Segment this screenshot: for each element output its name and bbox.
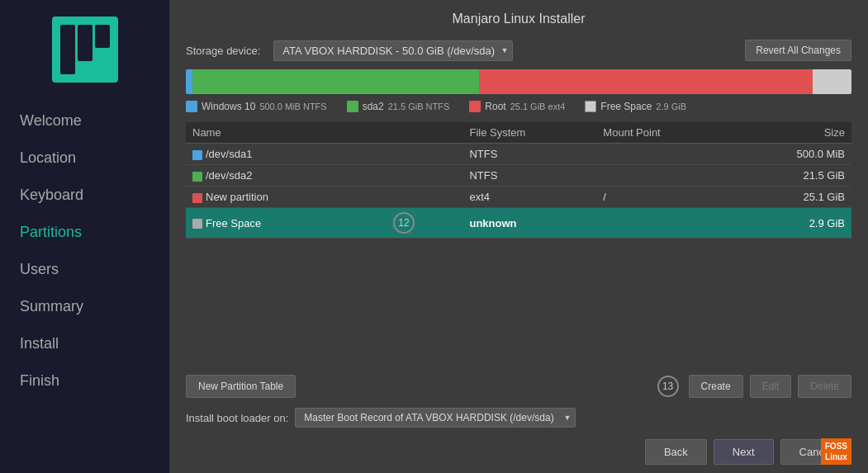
row-name: /dev/sda1 bbox=[186, 144, 358, 165]
legend-free: Free Space 2.9 GiB bbox=[585, 101, 686, 112]
dot-sda2 bbox=[192, 172, 202, 182]
bootloader-select-wrap[interactable]: Master Boot Record of ATA VBOX HARDDISK … bbox=[295, 408, 576, 428]
row-filesystem: NTFS bbox=[462, 144, 596, 165]
bar-segment-sda2 bbox=[192, 69, 479, 94]
row-filesystem-unknown: unknown bbox=[462, 208, 596, 239]
table-row[interactable]: /dev/sda1 NTFS 500.0 MiB bbox=[186, 144, 851, 165]
revert-all-changes-button[interactable]: Revert All Changes bbox=[745, 40, 851, 61]
foss-watermark: FOSSLinux bbox=[821, 438, 851, 465]
storage-label: Storage device: bbox=[186, 45, 260, 57]
nav-row: Back Next Cancel FOSSLinux bbox=[186, 439, 851, 465]
sidebar-item-install[interactable]: Install bbox=[0, 325, 169, 362]
sidebar-item-finish[interactable]: Finish bbox=[0, 362, 169, 400]
row-filesystem: ext4 bbox=[462, 187, 596, 208]
legend-label-windows: Windows 10 bbox=[202, 101, 255, 112]
create-button[interactable]: Create bbox=[689, 375, 743, 398]
dot-sda1 bbox=[192, 150, 202, 160]
sidebar-item-summary[interactable]: Summary bbox=[0, 288, 169, 325]
row-empty2 bbox=[383, 144, 462, 165]
sidebar-item-keyboard[interactable]: Keyboard bbox=[0, 177, 169, 214]
row-empty2 bbox=[383, 187, 462, 208]
edit-button[interactable]: Edit bbox=[750, 375, 792, 398]
storage-device-select[interactable]: ATA VBOX HARDDISK - 50.0 GiB (/dev/sda) bbox=[273, 40, 513, 61]
row-size: 25.1 GiB bbox=[733, 187, 851, 208]
manjaro-logo bbox=[52, 17, 118, 83]
sidebar-item-location[interactable]: Location bbox=[0, 140, 169, 177]
legend-color-sda2 bbox=[347, 101, 358, 112]
col-empty2 bbox=[383, 122, 462, 144]
sidebar-item-partitions[interactable]: Partitions bbox=[0, 214, 169, 251]
badge-13: 13 bbox=[657, 376, 679, 397]
badge-12: 12 bbox=[393, 212, 415, 234]
legend-label-root: Root bbox=[485, 101, 505, 112]
back-button[interactable]: Back bbox=[645, 439, 707, 465]
row-mount: / bbox=[596, 187, 733, 208]
row-mount bbox=[596, 165, 733, 187]
storage-select-wrap[interactable]: ATA VBOX HARDDISK - 50.0 GiB (/dev/sda) bbox=[273, 40, 513, 61]
row-empty1 bbox=[358, 208, 383, 239]
dot-new-partition bbox=[192, 193, 202, 203]
row-empty1 bbox=[358, 187, 383, 208]
row-empty2 bbox=[383, 165, 462, 187]
svg-rect-3 bbox=[95, 25, 110, 48]
row-name: /dev/sda2 bbox=[186, 165, 358, 187]
col-size: Size bbox=[733, 122, 851, 144]
row-size: 2.9 GiB bbox=[733, 208, 851, 239]
row-size: 21.5 GiB bbox=[733, 165, 851, 187]
partition-table: Name File System Mount Point Size /dev/s… bbox=[186, 122, 851, 239]
svg-rect-2 bbox=[78, 25, 92, 61]
legend-color-windows bbox=[186, 101, 197, 112]
partition-legend: Windows 10 500.0 MiB NTFS sda2 21.5 GiB … bbox=[186, 101, 851, 112]
legend-color-free bbox=[585, 101, 596, 112]
col-filesystem: File System bbox=[462, 122, 596, 144]
legend-label-free: Free Space bbox=[600, 101, 652, 112]
bootloader-row: Install boot loader on: Master Boot Reco… bbox=[186, 408, 851, 428]
bar-segment-free bbox=[813, 69, 851, 94]
col-mountpoint: Mount Point bbox=[596, 122, 733, 144]
sidebar-item-welcome[interactable]: Welcome bbox=[0, 102, 169, 140]
legend-sda2: sda2 21.5 GiB NTFS bbox=[347, 101, 450, 112]
bootloader-label: Install boot loader on: bbox=[186, 412, 288, 424]
legend-sub-windows: 500.0 MiB NTFS bbox=[259, 102, 326, 111]
row-empty1 bbox=[358, 165, 383, 187]
col-name: Name bbox=[186, 122, 358, 144]
sidebar-item-users[interactable]: Users bbox=[0, 251, 169, 288]
legend-sub-sda2: 21.5 GiB NTFS bbox=[388, 102, 450, 111]
partition-bar bbox=[186, 69, 851, 94]
row-filesystem: NTFS bbox=[462, 165, 596, 187]
legend-root: Root 25.1 GiB ext4 bbox=[469, 101, 565, 112]
col-empty1 bbox=[358, 122, 383, 144]
legend-sub-root: 25.1 GiB ext4 bbox=[510, 102, 566, 111]
legend-label-sda2: sda2 bbox=[363, 101, 384, 112]
row-name: New partition bbox=[186, 187, 358, 208]
sidebar: Welcome Location Keyboard Partitions Use… bbox=[0, 0, 169, 473]
action-row: New Partition Table 13 Create Edit Delet… bbox=[186, 375, 851, 398]
legend-color-root bbox=[469, 101, 481, 112]
dot-free-space bbox=[192, 219, 202, 229]
row-name: Free Space bbox=[186, 208, 358, 239]
table-row[interactable]: /dev/sda2 NTFS 21.5 GiB bbox=[186, 165, 851, 187]
app-title: Manjaro Linux Installer bbox=[186, 12, 851, 26]
row-size: 500.0 MiB bbox=[733, 144, 851, 165]
bar-segment-windows bbox=[186, 69, 192, 94]
svg-rect-1 bbox=[60, 25, 75, 74]
row-mount bbox=[596, 144, 733, 165]
row-badge: 12 bbox=[383, 208, 462, 239]
main-content: Manjaro Linux Installer Storage device: … bbox=[169, 0, 868, 473]
delete-button[interactable]: Delete bbox=[798, 375, 851, 398]
legend-sub-free: 2.9 GiB bbox=[656, 102, 686, 111]
bootloader-select[interactable]: Master Boot Record of ATA VBOX HARDDISK … bbox=[295, 408, 576, 428]
next-button[interactable]: Next bbox=[714, 439, 774, 465]
table-row-selected[interactable]: Free Space 12 unknown 2.9 GiB bbox=[186, 208, 851, 239]
new-partition-table-button[interactable]: New Partition Table bbox=[186, 375, 296, 398]
bar-segment-root bbox=[479, 69, 813, 94]
row-empty1 bbox=[358, 144, 383, 165]
storage-row: Storage device: ATA VBOX HARDDISK - 50.0… bbox=[186, 40, 851, 61]
sidebar-nav: Welcome Location Keyboard Partitions Use… bbox=[0, 102, 169, 400]
legend-windows: Windows 10 500.0 MiB NTFS bbox=[186, 101, 327, 112]
row-mount bbox=[596, 208, 733, 239]
table-row[interactable]: New partition ext4 / 25.1 GiB bbox=[186, 187, 851, 208]
